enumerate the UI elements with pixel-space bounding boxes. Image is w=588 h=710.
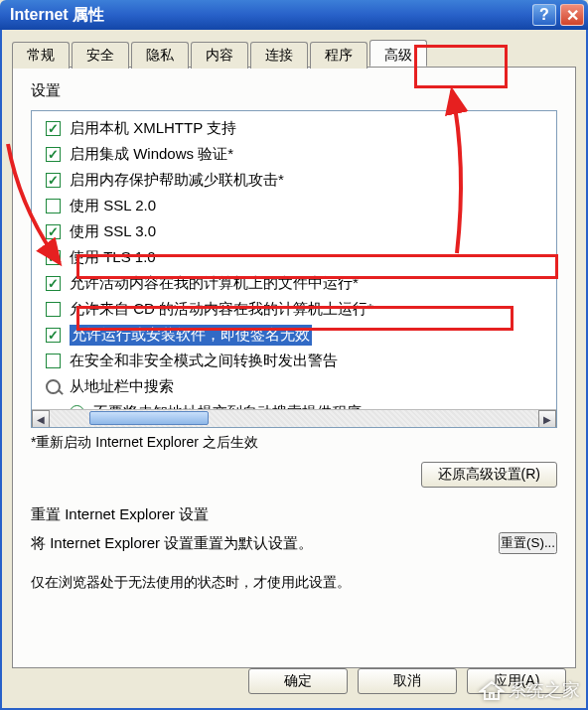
window-title: Internet 属性 bbox=[10, 5, 528, 26]
row-label: 使用 SSL 2.0 bbox=[70, 197, 156, 215]
reset-section: 重置 Internet Explorer 设置 将 Internet Explo… bbox=[31, 505, 557, 592]
settings-row[interactable]: 使用 TLS 1.0 bbox=[36, 244, 552, 270]
reset-heading: 重置 Internet Explorer 设置 bbox=[31, 505, 557, 524]
scroll-track[interactable] bbox=[50, 410, 538, 427]
tab-6[interactable]: 高级 bbox=[369, 40, 427, 67]
settings-row[interactable]: 允许运行或安装软件，即使签名无效 bbox=[36, 322, 552, 348]
tab-0[interactable]: 常规 bbox=[12, 42, 70, 69]
tab-5[interactable]: 程序 bbox=[310, 42, 368, 69]
watermark-text: 系统之家 bbox=[509, 678, 580, 702]
row-label: 启用内存保护帮助减少联机攻击* bbox=[70, 171, 284, 190]
ok-button[interactable]: 确定 bbox=[248, 668, 348, 694]
magnifier-icon bbox=[46, 379, 61, 394]
settings-row[interactable]: 在安全和非安全模式之间转换时发出警告 bbox=[36, 348, 552, 373]
scroll-right-icon[interactable]: ▶ bbox=[538, 410, 556, 428]
hscrollbar[interactable]: ◀ ▶ bbox=[32, 409, 556, 427]
settings-row[interactable]: 允许活动内容在我的计算机上的文件中运行* bbox=[36, 270, 552, 296]
settings-row[interactable]: 允许来自 CD 的活动内容在我的计算机上运行* bbox=[36, 296, 552, 322]
tab-3[interactable]: 内容 bbox=[191, 42, 248, 69]
checkbox-icon[interactable] bbox=[46, 302, 61, 317]
help-button[interactable]: ? bbox=[532, 4, 556, 26]
settings-row[interactable]: 使用 SSL 3.0 bbox=[36, 218, 552, 244]
titlebar: Internet 属性 ? ✕ bbox=[0, 0, 588, 30]
tab-strip: 常规安全隐私内容连接程序高级 bbox=[12, 40, 576, 68]
settings-row[interactable]: 从地址栏中搜索 bbox=[36, 373, 552, 399]
tab-panel-advanced: 设置 启用本机 XMLHTTP 支持启用集成 Windows 验证*启用内存保护… bbox=[12, 68, 576, 668]
checkbox-icon[interactable] bbox=[46, 328, 61, 343]
row-label: 从地址栏中搜索 bbox=[70, 377, 174, 396]
settings-row[interactable]: 启用本机 XMLHTTP 支持 bbox=[36, 115, 552, 141]
reset-warning: 仅在浏览器处于无法使用的状态时，才使用此设置。 bbox=[31, 574, 557, 592]
checkbox-icon[interactable] bbox=[46, 250, 61, 265]
watermark: 系统之家 bbox=[479, 678, 580, 702]
reset-desc: 将 Internet Explorer 设置重置为默认设置。 bbox=[31, 534, 487, 553]
settings-label: 设置 bbox=[31, 81, 557, 100]
row-label: 启用集成 Windows 验证* bbox=[70, 145, 233, 164]
cancel-button[interactable]: 取消 bbox=[358, 668, 457, 694]
tab-4[interactable]: 连接 bbox=[250, 42, 308, 69]
row-label: 在安全和非安全模式之间转换时发出警告 bbox=[70, 352, 338, 370]
checkbox-icon[interactable] bbox=[46, 199, 61, 213]
restart-note: *重新启动 Internet Explorer 之后生效 bbox=[31, 434, 557, 452]
row-label: 使用 SSL 3.0 bbox=[70, 222, 156, 241]
restore-defaults-button[interactable]: 还原高级设置(R) bbox=[421, 462, 557, 488]
reset-button[interactable]: 重置(S)... bbox=[499, 532, 557, 554]
row-label: 允许活动内容在我的计算机上的文件中运行* bbox=[70, 274, 359, 293]
window-body: 常规安全隐私内容连接程序高级 设置 启用本机 XMLHTTP 支持启用集成 Wi… bbox=[0, 30, 588, 710]
row-label: 允许运行或安装软件，即使签名无效 bbox=[70, 325, 312, 346]
settings-row[interactable]: 启用集成 Windows 验证* bbox=[36, 141, 552, 167]
checkbox-icon[interactable] bbox=[46, 121, 61, 136]
checkbox-icon[interactable] bbox=[46, 173, 61, 188]
checkbox-icon[interactable] bbox=[46, 224, 61, 239]
scroll-thumb[interactable] bbox=[89, 411, 209, 425]
settings-row[interactable]: 启用内存保护帮助减少联机攻击* bbox=[36, 167, 552, 193]
checkbox-icon[interactable] bbox=[46, 147, 61, 162]
settings-listbox[interactable]: 启用本机 XMLHTTP 支持启用集成 Windows 验证*启用内存保护帮助减… bbox=[31, 110, 557, 428]
checkbox-icon[interactable] bbox=[46, 354, 61, 368]
checkbox-icon[interactable] bbox=[46, 276, 61, 291]
settings-row[interactable]: 使用 SSL 2.0 bbox=[36, 193, 552, 218]
row-label: 允许来自 CD 的活动内容在我的计算机上运行* bbox=[70, 300, 373, 319]
row-label: 使用 TLS 1.0 bbox=[70, 248, 156, 267]
scroll-left-icon[interactable]: ◀ bbox=[32, 410, 50, 428]
row-label: 启用本机 XMLHTTP 支持 bbox=[70, 119, 236, 138]
close-button[interactable]: ✕ bbox=[560, 4, 584, 26]
tab-2[interactable]: 隐私 bbox=[131, 42, 189, 69]
tab-1[interactable]: 安全 bbox=[72, 42, 129, 69]
